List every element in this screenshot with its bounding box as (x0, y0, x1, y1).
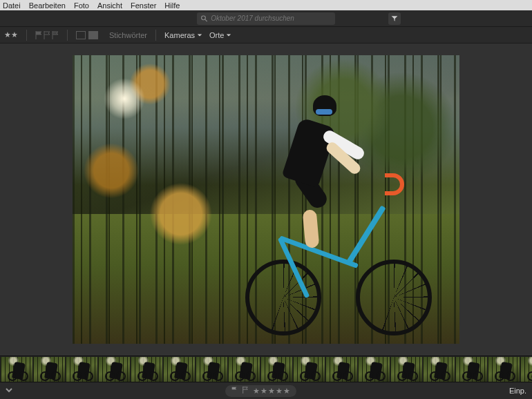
menu-window[interactable]: Fenster (131, 1, 156, 10)
thumbnail[interactable] (228, 357, 260, 382)
thumbnail[interactable] (390, 357, 422, 382)
separator (26, 30, 27, 41)
menu-file[interactable]: Datei (3, 1, 21, 10)
thumbnail[interactable] (325, 357, 357, 382)
flag-icon (35, 31, 42, 39)
menu-view[interactable]: Ansicht (97, 1, 122, 10)
thumbnail[interactable] (131, 357, 162, 382)
svg-marker-2 (392, 16, 398, 21)
thumbnail[interactable] (163, 357, 195, 382)
thumbnail[interactable] (260, 357, 292, 382)
separator (155, 30, 156, 41)
photo-viewer[interactable] (0, 43, 532, 356)
search-box[interactable] (197, 12, 335, 25)
rectangle-filled-icon (88, 31, 98, 39)
flag-reject-icon (242, 387, 249, 395)
flag-pick-icon (231, 387, 238, 395)
places-label: Orte (209, 31, 224, 39)
rectangle-icon (76, 31, 86, 39)
bottom-bar: ★★★★★ Einp. (0, 382, 532, 399)
search-input[interactable] (211, 14, 331, 22)
flag-filter[interactable] (35, 31, 59, 39)
separator (67, 30, 68, 41)
places-dropdown[interactable]: Orte (209, 31, 231, 39)
menu-photo[interactable]: Foto (74, 1, 89, 10)
star-icon: ★ (4, 30, 11, 39)
keywords-label[interactable]: Stichwörter (109, 31, 147, 39)
rating-pill[interactable]: ★★★★★ (225, 385, 296, 397)
thumbnail[interactable] (293, 357, 325, 382)
flag-icon (44, 31, 50, 39)
menu-bar: Datei Bearbeiten Foto Ansicht Fenster Hi… (0, 0, 532, 10)
chevron-down-icon (6, 387, 12, 393)
flag-icon (52, 31, 59, 39)
menu-help[interactable]: Hilfe (164, 1, 180, 10)
filter-toolbar: ★ ★ Stichwörter Kameras Orte (0, 27, 532, 43)
funnel-icon (391, 15, 398, 22)
star-rating[interactable]: ★★★★★ (253, 387, 291, 396)
main-photo (73, 55, 459, 344)
thumbnail[interactable] (358, 357, 390, 382)
cameras-dropdown[interactable]: Kameras (164, 31, 202, 39)
svg-point-0 (202, 15, 206, 19)
search-row (0, 10, 532, 27)
crop-filter[interactable] (76, 31, 98, 39)
filter-button[interactable] (388, 12, 401, 25)
star-icon: ★ (11, 30, 18, 39)
thumbnail[interactable] (33, 357, 65, 382)
thumbnail[interactable] (1, 357, 32, 382)
thumbnail[interactable] (423, 357, 455, 382)
expand-button[interactable] (6, 387, 12, 395)
thumbnail[interactable] (196, 357, 227, 382)
fit-button[interactable]: Einp. (509, 387, 526, 395)
search-icon (201, 15, 207, 22)
thumbnail[interactable] (455, 357, 487, 382)
menu-edit[interactable]: Bearbeiten (29, 1, 66, 10)
thumbnail[interactable] (520, 357, 532, 382)
thumbnail[interactable] (98, 357, 130, 382)
chevron-down-icon (197, 32, 202, 38)
chevron-down-icon (226, 32, 231, 38)
filmstrip[interactable] (0, 356, 532, 382)
thumbnail[interactable] (488, 357, 520, 382)
svg-line-1 (205, 19, 207, 21)
thumbnail[interactable] (66, 357, 97, 382)
cameras-label: Kameras (164, 31, 195, 39)
rating-filter[interactable]: ★ ★ (4, 30, 18, 39)
